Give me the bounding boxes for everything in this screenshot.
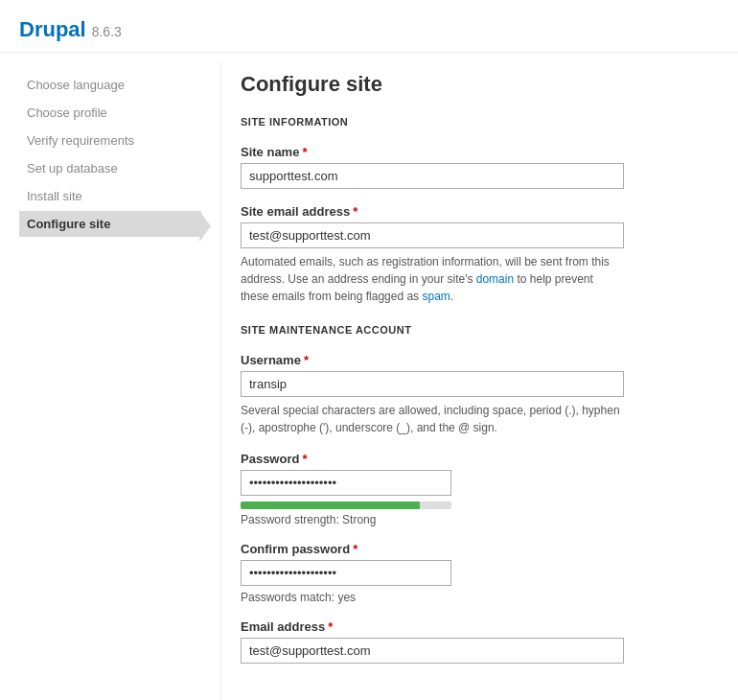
maintenance-section: SITE MAINTENANCE ACCOUNT Username* Sever…: [241, 324, 709, 664]
email-input[interactable]: [241, 638, 624, 664]
site-name-required: *: [302, 145, 307, 159]
sidebar-item-choose-language[interactable]: Choose language: [19, 72, 201, 98]
site-email-hint: Automated emails, such as registration i…: [241, 253, 624, 305]
site-name-input[interactable]: [241, 163, 624, 189]
maintenance-heading: SITE MAINTENANCE ACCOUNT: [241, 324, 709, 339]
sidebar-item-verify-requirements[interactable]: Verify requirements: [19, 128, 201, 153]
site-information-section: SITE INFORMATION Site name* Site email a…: [241, 116, 709, 305]
password-input[interactable]: [241, 470, 451, 496]
header-title: Drupal 8.6.3: [19, 17, 719, 42]
header: Drupal 8.6.3: [0, 0, 738, 53]
sidebar-item-set-up-database[interactable]: Set up database: [19, 155, 201, 181]
site-email-input[interactable]: [241, 222, 624, 248]
sidebar: Choose language Choose profile Verify re…: [0, 62, 220, 700]
main-content: Configure site SITE INFORMATION Site nam…: [220, 62, 738, 700]
password-required: *: [302, 452, 307, 466]
username-hint: Several special characters are allowed, …: [241, 402, 624, 436]
password-label: Password*: [241, 452, 709, 466]
passwords-match-text: Passwords match: yes: [241, 591, 709, 604]
page-title: Configure site: [241, 72, 709, 97]
content-area: Choose language Choose profile Verify re…: [0, 53, 738, 700]
confirm-password-group: Confirm password* Passwords match: yes: [241, 542, 709, 604]
site-email-label: Site email address*: [241, 204, 709, 219]
confirm-password-label: Confirm password*: [241, 542, 709, 556]
email-required: *: [328, 619, 333, 634]
password-group: Password* Password strength: Strong: [241, 452, 709, 526]
username-group: Username* Several special characters are…: [241, 353, 709, 436]
sidebar-item-configure-site[interactable]: Configure site: [19, 211, 201, 237]
site-email-group: Site email address* Automated emails, su…: [241, 204, 709, 305]
sidebar-item-choose-profile[interactable]: Choose profile: [19, 100, 201, 126]
site-name-label: Site name*: [241, 145, 709, 159]
email-group: Email address*: [241, 619, 709, 664]
password-strength-fill: [241, 502, 420, 509]
username-label: Username*: [241, 353, 709, 367]
email-label: Email address*: [241, 619, 709, 634]
drupal-version: 8.6.3: [92, 24, 122, 39]
page-wrapper: Drupal 8.6.3 Choose language Choose prof…: [0, 0, 738, 700]
site-email-required: *: [353, 204, 357, 219]
username-required: *: [304, 353, 309, 367]
site-name-group: Site name*: [241, 145, 709, 189]
password-strength-text: Password strength: Strong: [241, 513, 709, 526]
confirm-password-required: *: [353, 542, 357, 556]
site-information-heading: SITE INFORMATION: [241, 116, 709, 131]
drupal-brand: Drupal: [19, 17, 86, 42]
username-input[interactable]: [241, 371, 624, 397]
confirm-password-input[interactable]: [241, 560, 451, 586]
sidebar-item-install-site[interactable]: Install site: [19, 183, 201, 209]
password-strength-bar: [241, 502, 451, 509]
